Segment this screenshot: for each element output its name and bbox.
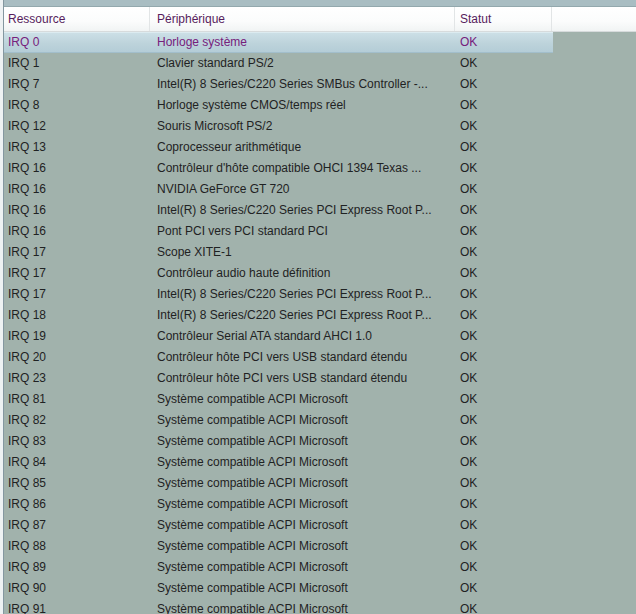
resource-cell: IRQ 20 bbox=[0, 347, 150, 368]
device-cell: Système compatible ACPI Microsoft bbox=[150, 515, 455, 536]
table-row[interactable]: IRQ 8Horloge système CMOS/temps réelOK bbox=[0, 95, 636, 116]
status-cell: OK bbox=[455, 494, 552, 515]
resource-cell: IRQ 17 bbox=[0, 284, 150, 305]
resource-cell: IRQ 18 bbox=[0, 305, 150, 326]
status-cell: OK bbox=[455, 557, 552, 578]
device-cell: Système compatible ACPI Microsoft bbox=[150, 578, 455, 599]
device-cell: Intel(R) 8 Series/C220 Series PCI Expres… bbox=[150, 284, 455, 305]
table-row[interactable]: IRQ 18Intel(R) 8 Series/C220 Series PCI … bbox=[0, 305, 636, 326]
resource-cell: IRQ 16 bbox=[0, 200, 150, 221]
device-cell: Horloge système bbox=[150, 32, 455, 53]
device-cell: Coprocesseur arithmétique bbox=[150, 137, 455, 158]
column-header-resource[interactable]: Ressource bbox=[0, 7, 150, 31]
status-cell: OK bbox=[455, 74, 552, 95]
resource-cell: IRQ 13 bbox=[0, 137, 150, 158]
status-cell: OK bbox=[455, 284, 552, 305]
status-cell: OK bbox=[455, 53, 552, 74]
table-row[interactable]: IRQ 7Intel(R) 8 Series/C220 Series SMBus… bbox=[0, 74, 636, 95]
pane-edge-divider bbox=[3, 0, 4, 614]
status-cell: OK bbox=[455, 305, 552, 326]
status-cell: OK bbox=[455, 515, 552, 536]
table-row[interactable]: IRQ 17Scope XITE-1OK bbox=[0, 242, 636, 263]
table-row[interactable]: IRQ 0Horloge systèmeOK bbox=[0, 32, 636, 53]
resource-cell: IRQ 16 bbox=[0, 158, 150, 179]
device-cell: Système compatible ACPI Microsoft bbox=[150, 494, 455, 515]
table-row[interactable]: IRQ 13Coprocesseur arithmétiqueOK bbox=[0, 137, 636, 158]
resource-cell: IRQ 17 bbox=[0, 242, 150, 263]
status-cell: OK bbox=[455, 263, 552, 284]
resource-cell: IRQ 1 bbox=[0, 53, 150, 74]
status-cell: OK bbox=[455, 137, 552, 158]
table-row[interactable]: IRQ 85Système compatible ACPI MicrosoftO… bbox=[0, 473, 636, 494]
table-row[interactable]: IRQ 89Système compatible ACPI MicrosoftO… bbox=[0, 557, 636, 578]
device-cell: Contrôleur Serial ATA standard AHCI 1.0 bbox=[150, 326, 455, 347]
device-cell: Système compatible ACPI Microsoft bbox=[150, 410, 455, 431]
table-row[interactable]: IRQ 20Contrôleur hôte PCI vers USB stand… bbox=[0, 347, 636, 368]
table-row[interactable]: IRQ 16Pont PCI vers PCI standard PCIOK bbox=[0, 221, 636, 242]
table-row[interactable]: IRQ 17Intel(R) 8 Series/C220 Series PCI … bbox=[0, 284, 636, 305]
resource-cell: IRQ 16 bbox=[0, 179, 150, 200]
status-cell: OK bbox=[455, 473, 552, 494]
column-header-device[interactable]: Périphérique bbox=[150, 7, 455, 31]
device-cell: Système compatible ACPI Microsoft bbox=[150, 452, 455, 473]
device-cell: Scope XITE-1 bbox=[150, 242, 455, 263]
device-cell: Système compatible ACPI Microsoft bbox=[150, 599, 455, 614]
table-header: Ressource Périphérique Statut bbox=[0, 7, 636, 32]
resource-cell: IRQ 86 bbox=[0, 494, 150, 515]
resource-cell: IRQ 88 bbox=[0, 536, 150, 557]
status-cell: OK bbox=[455, 32, 552, 53]
status-cell: OK bbox=[455, 95, 552, 116]
resource-cell: IRQ 81 bbox=[0, 389, 150, 410]
table-row[interactable]: IRQ 87Système compatible ACPI MicrosoftO… bbox=[0, 515, 636, 536]
table-row[interactable]: IRQ 16Intel(R) 8 Series/C220 Series PCI … bbox=[0, 200, 636, 221]
status-cell: OK bbox=[455, 368, 552, 389]
resource-cell: IRQ 19 bbox=[0, 326, 150, 347]
device-cell: Clavier standard PS/2 bbox=[150, 53, 455, 74]
resource-cell: IRQ 16 bbox=[0, 221, 150, 242]
table-row[interactable]: IRQ 84Système compatible ACPI MicrosoftO… bbox=[0, 452, 636, 473]
table-row[interactable]: IRQ 1Clavier standard PS/2OK bbox=[0, 53, 636, 74]
table-row[interactable]: IRQ 12Souris Microsoft PS/2OK bbox=[0, 116, 636, 137]
device-cell: Horloge système CMOS/temps réel bbox=[150, 95, 455, 116]
table-row[interactable]: IRQ 17Contrôleur audio haute définitionO… bbox=[0, 263, 636, 284]
device-cell: Contrôleur hôte PCI vers USB standard ét… bbox=[150, 368, 455, 389]
column-header-status[interactable]: Statut bbox=[455, 7, 552, 31]
status-cell: OK bbox=[455, 431, 552, 452]
device-cell: Système compatible ACPI Microsoft bbox=[150, 536, 455, 557]
status-cell: OK bbox=[455, 452, 552, 473]
status-cell: OK bbox=[455, 200, 552, 221]
resource-cell: IRQ 12 bbox=[0, 116, 150, 137]
device-cell: Système compatible ACPI Microsoft bbox=[150, 389, 455, 410]
resource-cell: IRQ 83 bbox=[0, 431, 150, 452]
device-cell: Système compatible ACPI Microsoft bbox=[150, 473, 455, 494]
resource-cell: IRQ 89 bbox=[0, 557, 150, 578]
resource-cell: IRQ 23 bbox=[0, 368, 150, 389]
table-row[interactable]: IRQ 16Contrôleur d'hôte compatible OHCI … bbox=[0, 158, 636, 179]
table-row[interactable]: IRQ 86Système compatible ACPI MicrosoftO… bbox=[0, 494, 636, 515]
status-cell: OK bbox=[455, 536, 552, 557]
table-row[interactable]: IRQ 88Système compatible ACPI MicrosoftO… bbox=[0, 536, 636, 557]
column-header-filler bbox=[552, 7, 636, 31]
device-cell: Système compatible ACPI Microsoft bbox=[150, 557, 455, 578]
resource-cell: IRQ 17 bbox=[0, 263, 150, 284]
resource-cell: IRQ 85 bbox=[0, 473, 150, 494]
resource-cell: IRQ 87 bbox=[0, 515, 150, 536]
table-row[interactable]: IRQ 23Contrôleur hôte PCI vers USB stand… bbox=[0, 368, 636, 389]
table-row[interactable]: IRQ 91Système compatible ACPI MicrosoftO… bbox=[0, 599, 636, 614]
window-chrome-strip bbox=[0, 0, 636, 7]
table-row[interactable]: IRQ 81Système compatible ACPI MicrosoftO… bbox=[0, 389, 636, 410]
table-row[interactable]: IRQ 90Système compatible ACPI MicrosoftO… bbox=[0, 578, 636, 599]
table-row[interactable]: IRQ 83Système compatible ACPI MicrosoftO… bbox=[0, 431, 636, 452]
resource-cell: IRQ 91 bbox=[0, 599, 150, 614]
device-cell: Contrôleur hôte PCI vers USB standard ét… bbox=[150, 347, 455, 368]
table-row[interactable]: IRQ 19Contrôleur Serial ATA standard AHC… bbox=[0, 326, 636, 347]
device-cell: NVIDIA GeForce GT 720 bbox=[150, 179, 455, 200]
irq-table-body: IRQ 0Horloge systèmeOKIRQ 1Clavier stand… bbox=[0, 32, 636, 614]
table-row[interactable]: IRQ 16NVIDIA GeForce GT 720OK bbox=[0, 179, 636, 200]
device-cell: Intel(R) 8 Series/C220 Series SMBus Cont… bbox=[150, 74, 455, 95]
table-row[interactable]: IRQ 82Système compatible ACPI MicrosoftO… bbox=[0, 410, 636, 431]
device-cell: Contrôleur audio haute définition bbox=[150, 263, 455, 284]
device-cell: Système compatible ACPI Microsoft bbox=[150, 431, 455, 452]
resource-cell: IRQ 84 bbox=[0, 452, 150, 473]
status-cell: OK bbox=[455, 242, 552, 263]
